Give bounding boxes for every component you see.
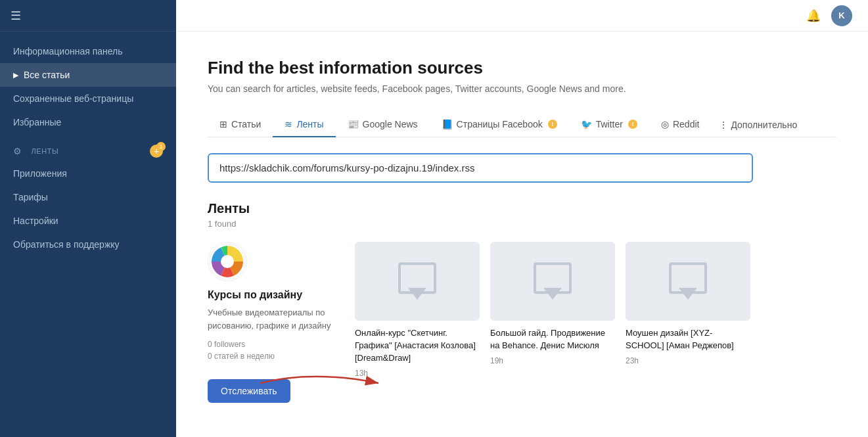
tab-label: Twitter bbox=[596, 119, 623, 129]
chevron-icon: ▶ bbox=[13, 71, 18, 80]
sidebar-nav: Информационная панель ▶ Все статьи Сохра… bbox=[0, 32, 176, 264]
more-icon: ⋮ bbox=[719, 120, 728, 130]
follow-button[interactable]: Отслеживать bbox=[208, 379, 290, 403]
tab-reddit[interactable]: ◎ Reddit bbox=[649, 112, 711, 137]
feed-articles-per-week: 0 статей в неделю bbox=[208, 352, 339, 361]
article-title-1: Большой гайд. Продвижение на Behance. Де… bbox=[490, 327, 615, 352]
sidebar-item-pricing[interactable]: Тарифы bbox=[0, 185, 176, 209]
tab-label: Статьи bbox=[231, 119, 261, 129]
article-time-2: 23h bbox=[626, 356, 750, 365]
results-count: 1 found bbox=[208, 219, 836, 229]
main-content: 🔔 K Find the best information sources Yo… bbox=[176, 0, 868, 437]
article-time-1: 19h bbox=[490, 356, 615, 365]
content-area: Find the best information sources You ca… bbox=[176, 32, 868, 437]
tab-label: Google News bbox=[363, 119, 418, 129]
sidebar-item-label: Настройки bbox=[13, 216, 58, 226]
article-title-2: Моушен дизайн [XYZ-SCHOOL] [Аман Реджепо… bbox=[626, 327, 750, 352]
sidebar-item-label: Информационная панель bbox=[13, 46, 123, 57]
tab-articles[interactable]: ⊞ Статьи bbox=[208, 112, 273, 137]
article-thumbnail-0 bbox=[355, 242, 480, 321]
follow-button-container: Отслеживать bbox=[208, 369, 339, 403]
tab-twitter[interactable]: 🐦 Twitter ! bbox=[569, 112, 649, 137]
tab-feeds[interactable]: ≋ Ленты bbox=[273, 112, 335, 137]
hamburger-icon[interactable]: ☰ bbox=[11, 9, 21, 23]
tab-label: Страницы Facebook bbox=[457, 119, 543, 129]
tab-more-label: Дополнительно bbox=[731, 120, 797, 130]
sidebar-item-label: Сохраненные веб-страницы bbox=[13, 93, 133, 104]
feeds-icon: ≋ bbox=[285, 119, 292, 129]
google-news-icon: 📰 bbox=[348, 119, 359, 129]
settings-icon: ⚙ bbox=[13, 146, 22, 156]
sidebar-item-apps[interactable]: Приложения bbox=[0, 162, 176, 185]
avatar[interactable]: K bbox=[831, 5, 852, 26]
twitter-icon: 🐦 bbox=[581, 119, 592, 129]
article-thumbnail-1 bbox=[490, 242, 615, 321]
facebook-icon: 📘 bbox=[442, 119, 453, 129]
page-subtitle: You can search for articles, website fee… bbox=[208, 83, 836, 94]
sidebar-item-label: Приложения bbox=[13, 168, 67, 179]
tab-label: Reddit bbox=[673, 119, 699, 129]
feed-logo-svg bbox=[209, 243, 246, 280]
feed-name: Курсы по дизайну bbox=[208, 289, 339, 301]
sidebar-header: ☰ bbox=[0, 0, 176, 32]
tab-facebook[interactable]: 📘 Страницы Facebook ! bbox=[430, 112, 569, 137]
sidebar-item-all-articles[interactable]: ▶ Все статьи bbox=[0, 63, 176, 87]
article-card-0: Онлайн-курс "Скетчинг. Графика" [Анастас… bbox=[355, 242, 480, 378]
feed-description: Учебные видеоматериалы по рисованию, гра… bbox=[208, 306, 339, 332]
article-card-1: Большой гайд. Продвижение на Behance. Де… bbox=[490, 242, 615, 378]
results-section: Ленты 1 found bbox=[208, 201, 836, 403]
source-tabs: ⊞ Статьи ≋ Ленты 📰 Google News 📘 Страниц… bbox=[208, 112, 836, 137]
sidebar-item-favorites[interactable]: Избранные bbox=[0, 110, 176, 134]
article-title-0: Онлайн-курс "Скетчинг. Графика" [Анастас… bbox=[355, 327, 480, 365]
sidebar: ☰ Информационная панель ▶ Все статьи Сох… bbox=[0, 0, 176, 437]
pro-badge-twitter: ! bbox=[628, 120, 637, 129]
feed-card: Курсы по дизайну Учебные видеоматериалы … bbox=[208, 242, 836, 403]
sidebar-item-label: Тарифы bbox=[13, 192, 48, 202]
tab-google-news[interactable]: 📰 Google News bbox=[336, 112, 430, 137]
reddit-icon: ◎ bbox=[661, 119, 669, 129]
sidebar-item-support[interactable]: Обратиться в поддержку bbox=[0, 233, 176, 256]
feed-followers: 0 followers bbox=[208, 340, 339, 349]
topbar: 🔔 K bbox=[176, 0, 868, 32]
article-card-2: Моушен дизайн [XYZ-SCHOOL] [Аман Реджепо… bbox=[626, 242, 750, 378]
tab-label: Ленты bbox=[296, 119, 323, 129]
add-feed-button[interactable]: + 1 bbox=[150, 145, 163, 158]
sidebar-item-settings[interactable]: Настройки bbox=[0, 209, 176, 233]
article-thumbnail-2 bbox=[626, 242, 750, 321]
article-time-0: 13h bbox=[355, 369, 480, 378]
pro-badge: ! bbox=[548, 120, 557, 129]
articles-icon: ⊞ bbox=[219, 119, 227, 129]
feed-badge: 1 bbox=[156, 142, 166, 151]
feeds-section-label: ЛЕНТЫ bbox=[32, 147, 59, 155]
notification-bell-icon[interactable]: 🔔 bbox=[806, 9, 821, 23]
sidebar-item-dashboard[interactable]: Информационная панель bbox=[0, 39, 176, 63]
sidebar-item-label: Обратиться в поддержку bbox=[13, 239, 120, 250]
page-title: Find the best information sources bbox=[208, 58, 836, 78]
search-input[interactable] bbox=[208, 153, 753, 183]
feed-info: Курсы по дизайну Учебные видеоматериалы … bbox=[208, 242, 339, 403]
results-title: Ленты bbox=[208, 201, 836, 216]
feed-logo bbox=[208, 242, 247, 281]
svg-point-1 bbox=[221, 255, 234, 268]
articles-row: Онлайн-курс "Скетчинг. Графика" [Анастас… bbox=[355, 242, 836, 378]
sidebar-item-label: Все статьи bbox=[24, 70, 70, 80]
sidebar-item-label: Избранные bbox=[13, 117, 61, 127]
feeds-section: ⚙ ЛЕНТЫ + 1 bbox=[0, 134, 176, 162]
sidebar-item-saved-pages[interactable]: Сохраненные веб-страницы bbox=[0, 87, 176, 110]
tab-more[interactable]: ⋮ Дополнительно bbox=[711, 113, 805, 137]
